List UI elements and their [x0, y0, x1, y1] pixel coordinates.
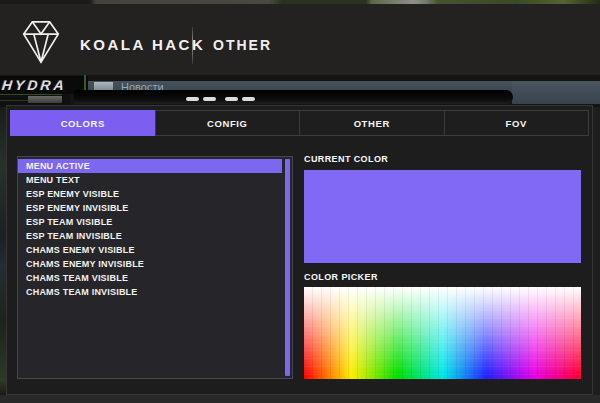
list-scrollbar-thumb[interactable] — [285, 159, 290, 376]
color-picker-gradient[interactable] — [304, 287, 581, 379]
menu-window: COLORS CONFIG OTHER FOV MENU ACTIVEMENU … — [6, 105, 593, 395]
current-color-label: CURRENT COLOR — [304, 154, 388, 164]
clipped-digits — [242, 97, 255, 101]
app-header: KOALA HACK OTHER — [0, 4, 600, 75]
color-list-item[interactable]: CHAMS TEAM VISIBLE — [18, 271, 282, 285]
background-black-bar — [74, 90, 513, 104]
tab-fov[interactable]: FOV — [444, 110, 590, 136]
hydra-sub-block — [28, 96, 62, 103]
tab-other[interactable]: OTHER — [299, 110, 445, 136]
desktop-bottom-strip — [0, 395, 600, 403]
color-list-item[interactable]: MENU TEXT — [18, 173, 282, 187]
color-list-item[interactable]: ESP ENEMY VISIBLE — [18, 187, 282, 201]
color-picker-label: COLOR PICKER — [304, 272, 378, 282]
tab-config[interactable]: CONFIG — [155, 110, 301, 136]
header-section-title: OTHER — [213, 37, 272, 53]
diamond-icon — [18, 16, 64, 68]
color-list-item[interactable]: CHAMS ENEMY VISIBLE — [18, 243, 282, 257]
background-apps-strip: Новости HYDRA — [0, 75, 600, 107]
color-list-item[interactable]: CHAMS TEAM INVISIBLE — [18, 285, 282, 299]
tab-bar: COLORS CONFIG OTHER FOV — [10, 110, 589, 136]
clipped-digits — [225, 97, 238, 101]
tab-colors[interactable]: COLORS — [10, 110, 156, 136]
color-list-item[interactable]: ESP TEAM VISIBLE — [18, 215, 282, 229]
current-color-swatch — [304, 170, 581, 263]
clipped-digits — [203, 97, 216, 101]
screen: KOALA HACK OTHER Новости HYDRA COLORS CO… — [0, 0, 600, 403]
brand-title: KOALA HACK — [80, 36, 205, 53]
color-target-listbox: MENU ACTIVEMENU TEXTESP ENEMY VISIBLEESP… — [17, 156, 293, 379]
clipped-digits — [186, 97, 199, 101]
color-list-item[interactable]: CHAMS ENEMY INVISIBLE — [18, 257, 282, 271]
color-target-list: MENU ACTIVEMENU TEXTESP ENEMY VISIBLEESP… — [18, 159, 282, 299]
hydra-scanline — [0, 94, 62, 95]
news-band-right — [512, 81, 600, 104]
color-list-item[interactable]: ESP TEAM INVISIBLE — [18, 229, 282, 243]
header-divider — [192, 27, 193, 64]
color-list-item[interactable]: ESP ENEMY INVISIBLE — [18, 201, 282, 215]
desktop-left-edge — [0, 107, 6, 395]
hydra-logo-text: HYDRA — [0, 77, 68, 93]
color-list-item[interactable]: MENU ACTIVE — [18, 159, 282, 173]
